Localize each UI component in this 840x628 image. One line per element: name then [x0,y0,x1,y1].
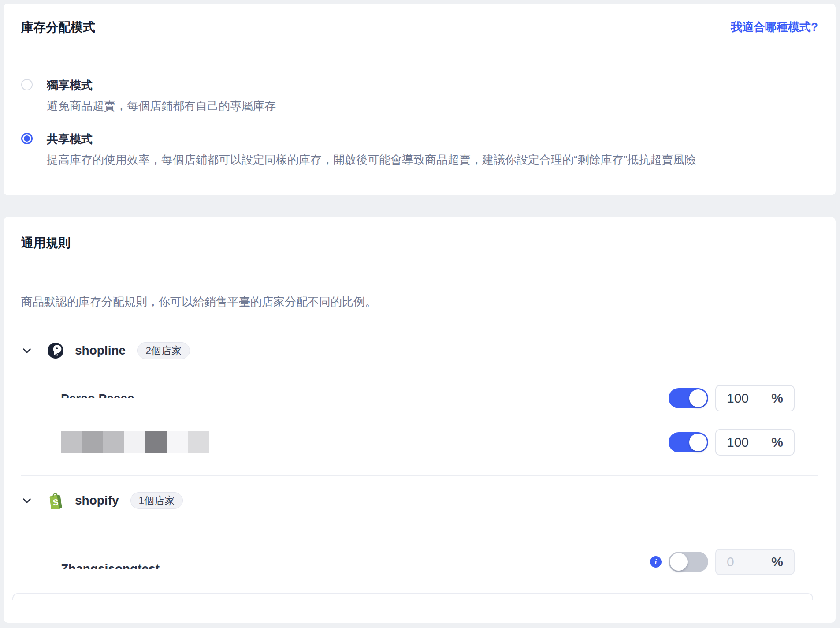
option-text: 獨享模式 避免商品超賣，每個店鋪都有自己的專屬庫存 [47,78,276,114]
percent-value: 100 [727,391,749,406]
allocation-card-title: 庫存分配模式 [21,20,95,35]
shopify-logo-icon: S [48,493,63,508]
store-count-badge: 1個店家 [130,492,183,509]
percent-value: 0 [727,554,734,569]
divider [21,58,818,58]
percent-unit: % [771,554,783,569]
toggle-knob [689,434,707,451]
store-name-text: Zhangsisongtest [61,562,160,569]
inventory-sync-toggle-on[interactable] [669,432,708,452]
store-name-redacted-mosaic [61,431,662,453]
option-text: 共享模式 提高庫存的使用效率，每個店鋪都可以設定同樣的庫存，開啟後可能會導致商品… [47,131,696,168]
inventory-settings-page: 庫存分配模式 我適合哪種模式? 獨享模式 避免商品超賣，每個店鋪都有自己的專屬庫… [0,4,840,628]
exclusive-mode-description: 避免商品超賣，每個店鋪都有自己的專屬庫存 [47,98,276,114]
allocation-mode-card: 庫存分配模式 我適合哪種模式? 獨享模式 避免商品超賣，每個店鋪都有自己的專屬庫… [4,4,836,195]
percent-input[interactable]: 100 % [715,385,795,411]
store-count-badge: 2個店家 [137,342,190,359]
exclusive-mode-label: 獨享模式 [47,78,276,93]
chevron-down-icon[interactable] [21,495,33,506]
shared-mode-description: 提高庫存的使用效率，每個店鋪都可以設定同樣的庫存，開啟後可能會導致商品超賣，建議… [47,152,696,168]
shopline-logo-icon [48,343,63,359]
toggle-knob [689,389,707,407]
divider [21,329,818,329]
platform-name: shopify [75,493,119,508]
store-row: Zhangsisongtest i 0 % [61,549,795,575]
divider [21,268,818,268]
inventory-sync-toggle-off[interactable] [669,552,708,572]
chevron-down-icon[interactable] [21,345,33,356]
info-icon[interactable]: i [650,556,662,568]
radio-unselected-icon[interactable] [21,79,33,90]
redaction-mosaic [61,431,209,453]
percent-unit: % [771,391,783,406]
shared-mode-label: 共享模式 [47,131,696,146]
store-row: 100 % [61,429,795,456]
which-mode-help-link[interactable]: 我適合哪種模式? [731,19,818,35]
store-name-text: Perso Pesss [61,392,134,398]
radio-option-shared-mode[interactable]: 共享模式 提高庫存的使用效率，每個店鋪都可以設定同樣的庫存，開啟後可能會導致商品… [21,131,818,168]
svg-text:S: S [52,497,59,507]
percent-input[interactable]: 100 % [715,429,795,456]
platform-group-shopify: S shopify 1個店家 [4,486,836,515]
toggle-knob [670,553,688,571]
collapsed-section-top-edge [12,593,813,600]
store-name-redacted: Zhangsisongtest [61,558,650,566]
percent-value: 100 [727,435,749,450]
percent-input-disabled[interactable]: 0 % [715,549,795,575]
inventory-sync-toggle-on[interactable] [669,388,708,408]
radio-selected-icon[interactable] [21,133,33,144]
divider [21,475,818,476]
general-rules-title: 通用規則 [4,236,836,250]
general-rules-description: 商品默認的庫存分配規則，你可以給銷售平臺的店家分配不同的比例。 [21,294,818,310]
platform-group-shopline: shopline 2個店家 [4,336,836,365]
allocation-card-header: 庫存分配模式 我適合哪種模式? [21,19,818,35]
store-name-redacted: Perso Pesss [61,395,662,402]
radio-option-exclusive-mode[interactable]: 獨享模式 避免商品超賣，每個店鋪都有自己的專屬庫存 [21,78,818,114]
store-row: Perso Pesss 100 % [61,385,795,411]
general-rules-card: 通用規則 商品默認的庫存分配規則，你可以給銷售平臺的店家分配不同的比例。 sho… [4,217,836,623]
platform-name: shopline [75,344,126,358]
percent-unit: % [771,435,783,450]
